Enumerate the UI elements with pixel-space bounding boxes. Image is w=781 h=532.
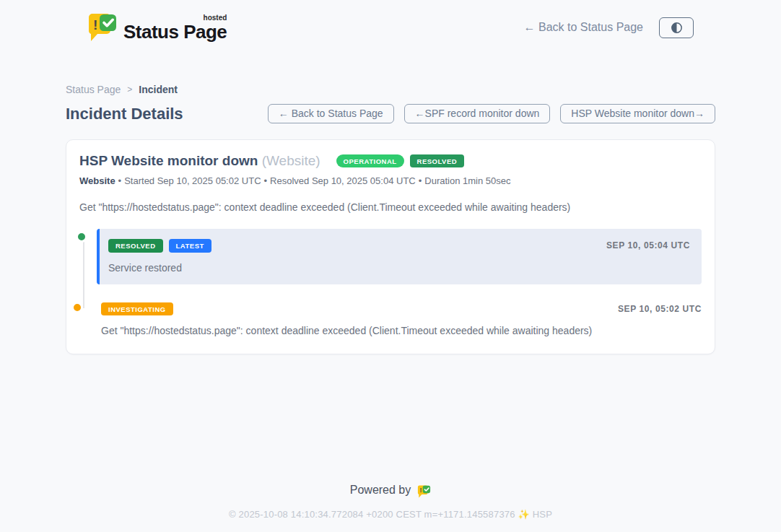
logo[interactable]: hosted Status Page <box>87 12 227 43</box>
incident-description: Get "https://hostedstatus.page": context… <box>79 201 702 213</box>
incident-started: Started Sep 10, 2025 05:02 UTC <box>124 175 261 186</box>
powered-by-logo-icon <box>417 484 431 499</box>
timeline-entry-message: Get "https://hostedstatus.page": context… <box>101 325 702 336</box>
resolved-status-badge: RESOLVED <box>410 154 465 168</box>
breadcrumb: Status Page > Incident <box>66 84 715 95</box>
timeline-entry-investigating: INVESTIGATING SEP 10, 05:02 UTC Get "htt… <box>97 302 702 337</box>
header: hosted Status Page ← Back to Status Page <box>0 0 781 43</box>
theme-toggle-button[interactable] <box>659 17 694 38</box>
incident-meta: Website•Started Sep 10, 2025 05:02 UTC•R… <box>79 175 702 186</box>
operational-status-badge: OPERATIONAL <box>336 154 404 168</box>
timeline-entry-message: Service restored <box>108 262 690 274</box>
timeline-entry-timestamp: SEP 10, 05:04 UTC <box>606 240 690 250</box>
incident-title-text: HSP Website monitor down <box>79 153 258 168</box>
incident-duration: Duration 1min 50sec <box>424 175 510 186</box>
timeline-dot-green <box>76 231 87 243</box>
incident-timeline: RESOLVED LATEST SEP 10, 05:04 UTC Servic… <box>79 229 702 336</box>
header-back-to-status-page-link[interactable]: ← Back to Status Page <box>524 21 643 34</box>
incident-title: HSP Website monitor down (Website) <box>79 153 320 169</box>
powered-by: Powered by <box>350 483 432 497</box>
footer: Powered by © 2025-10-08 14:10:34.772084 … <box>0 483 781 520</box>
main-content: Status Page > Incident Incident Details … <box>66 84 715 354</box>
page-title: Incident Details <box>66 105 183 123</box>
timeline-investigating-badge: INVESTIGATING <box>101 302 173 316</box>
copyright-line: © 2025-10-08 14:10:34.772084 +0200 CEST … <box>0 509 781 520</box>
powered-by-label: Powered by <box>350 484 411 497</box>
incident-component: Website <box>79 175 115 186</box>
logo-superscript: hosted <box>204 14 227 22</box>
next-incident-button[interactable]: HSP Website monitor down→ <box>560 104 715 123</box>
breadcrumb-current-incident: Incident <box>139 84 178 95</box>
incident-nav-buttons: ← Back to Status Page ←SPF record monito… <box>268 104 715 123</box>
status-page-logo-icon <box>87 12 118 43</box>
timeline-dot-orange <box>71 302 83 313</box>
breadcrumb-status-page-link[interactable]: Status Page <box>66 84 121 95</box>
timeline-entry-resolved: RESOLVED LATEST SEP 10, 05:04 UTC Servic… <box>97 229 702 284</box>
incident-resolved: Resolved Sep 10, 2025 05:04 UTC <box>270 175 416 186</box>
contrast-half-circle-icon <box>671 22 683 34</box>
timeline-connector-line <box>83 239 84 308</box>
timeline-latest-badge: LATEST <box>169 239 211 253</box>
back-to-status-page-button[interactable]: ← Back to Status Page <box>268 104 394 123</box>
breadcrumb-separator: > <box>127 84 132 95</box>
logo-brand-text: Status Page <box>123 22 227 41</box>
prev-incident-button[interactable]: ←SPF record monitor down <box>404 104 551 123</box>
timeline-entry-timestamp: SEP 10, 05:02 UTC <box>618 304 702 314</box>
incident-card: HSP Website monitor down (Website) OPERA… <box>66 139 715 354</box>
timeline-resolved-badge: RESOLVED <box>108 239 163 253</box>
incident-scope: (Website) <box>262 153 320 168</box>
